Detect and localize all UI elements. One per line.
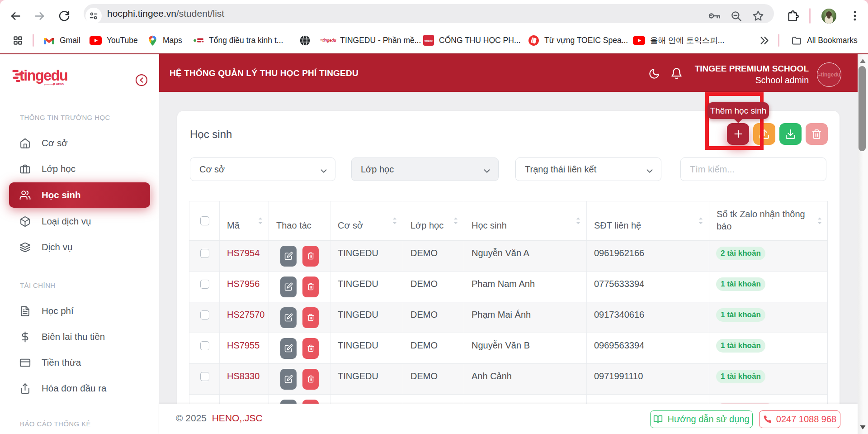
- svg-text:tingee: tingee: [425, 39, 433, 42]
- svg-text:tingedu: tingedu: [19, 67, 67, 84]
- svg-text:⊞ HENO: ⊞ HENO: [53, 83, 64, 86]
- svg-text:powered by: powered by: [44, 83, 55, 86]
